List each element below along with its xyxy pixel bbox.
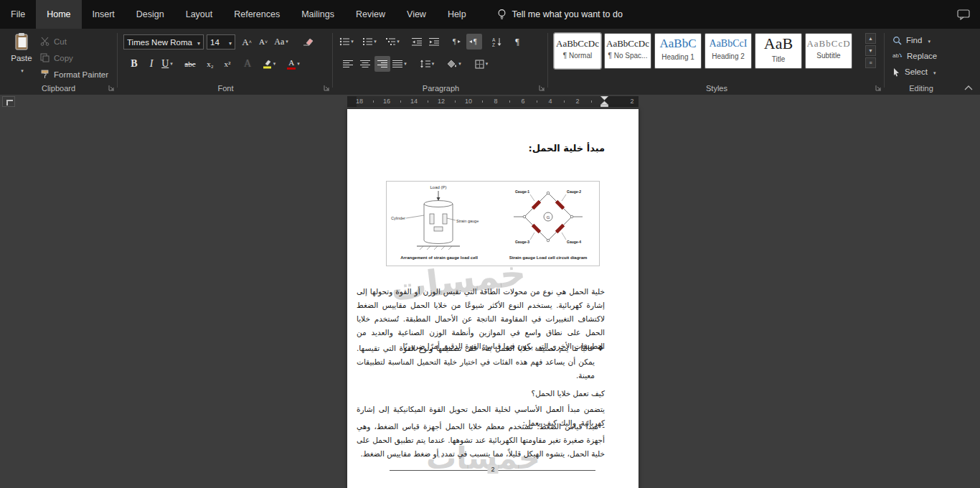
find-button[interactable]: Find [892,33,930,47]
tab-references[interactable]: References [223,0,291,29]
lightbulb-icon [497,9,507,20]
strain-principle-paragraph[interactable]: - مبدأ قياس الضغط: تستخدم معظم خلايا الح… [357,420,605,461]
styles-scroll-down-button[interactable]: ▼ [865,45,876,56]
decrease-indent-button[interactable] [409,34,425,50]
numbering-button[interactable] [362,34,377,50]
cut-button[interactable]: Cut [40,33,108,50]
comment-icon[interactable] [957,9,970,20]
borders-button[interactable] [473,56,489,72]
group-editing: Find ab Replace Select Editing [887,29,956,95]
style-subtitle-preview: AaBbCcD [806,38,852,50]
tab-selector[interactable] [2,96,15,107]
change-case-button[interactable]: Aa [273,34,289,50]
align-right-button[interactable] [374,56,390,72]
align-left-button[interactable] [340,56,356,72]
collapse-ribbon-button[interactable] [964,85,973,90]
tell-me-search[interactable]: Tell me what you want to do [497,0,623,29]
tab-view[interactable]: View [396,0,437,29]
paste-button[interactable]: Paste [6,32,37,91]
replace-icon: ab [892,52,903,60]
ruler-number: 2 [573,98,582,105]
style-no-spacing-label: ¶ No Spac... [605,52,651,60]
document-page[interactable]: خمسات خمسات مبدأ خلية الحمل: Load (P) [347,109,639,488]
styles-scroll-up-button[interactable]: ▲ [865,33,876,44]
format-painter-button[interactable]: Format Painter [40,66,108,83]
highlight-color-button[interactable] [261,56,277,72]
document-title[interactable]: مبدأ خلية الحمل: [357,143,605,154]
font-color-button[interactable]: A [286,56,301,72]
ruler-number: 14 [410,98,418,105]
ruler-ticks [373,100,592,103]
tab-help[interactable]: Help [437,0,477,29]
copy-button[interactable]: Copy [40,50,108,66]
style-subtitle[interactable]: AaBbCcD Subtitle [805,33,852,69]
select-label: Select [905,67,928,76]
clipboard-dialog-launcher-icon[interactable] [108,85,115,91]
superscript-button[interactable]: x² [220,56,235,72]
load-cell-figure[interactable]: Load (P) Cylinder Strain gauge [386,181,600,266]
svg-text:Gauge-2: Gauge-2 [567,189,581,194]
shrink-font-button[interactable]: A˅ [255,34,271,50]
subscript-button[interactable]: x₂ [202,56,218,72]
sort-button[interactable]: AZ [489,34,505,50]
classification-bullet-paragraph[interactable]: ❖ غالبًا ما يتم تصنيف خلايا الحمل بناءً … [357,342,605,383]
decrease-indent-icon [412,37,422,46]
format-painter-label: Format Painter [54,70,108,79]
style-no-spacing[interactable]: AaBbCcDc ¶ No Spac... [604,33,651,69]
indent-marker[interactable] [600,96,608,107]
page-number[interactable]: 2 [487,465,498,474]
style-normal[interactable]: AaBbCcDc ¶ Normal [554,33,601,69]
rtl-direction-button[interactable]: ¶ [466,34,482,50]
font-size-combo[interactable]: 14 [207,34,235,50]
font-color-bar [287,67,296,70]
bullets-button[interactable] [339,34,354,50]
clear-formatting-button[interactable] [300,34,316,50]
justify-button[interactable] [392,56,407,72]
paste-dropdown-arrow[interactable] [19,65,24,74]
ltr-direction-button[interactable]: ¶ [448,34,463,50]
style-heading2[interactable]: AaBbCcI Heading 2 [705,33,752,69]
horizontal-ruler[interactable]: 18 16 14 12 10 8 6 4 2 2 [347,96,639,107]
strikethrough-button[interactable]: abc [182,56,198,72]
style-title[interactable]: AaB Title [755,33,802,69]
styles-gallery-more-button[interactable]: ≡ [865,57,876,68]
bold-button[interactable]: B [126,56,142,72]
style-title-label: Title [755,55,801,63]
eraser-icon [303,37,314,47]
increase-indent-button[interactable] [426,34,442,50]
tab-layout[interactable]: Layout [175,0,224,29]
tab-design[interactable]: Design [126,0,175,29]
text-effects-button[interactable]: A [240,56,255,72]
align-center-button[interactable] [357,56,373,72]
tab-insert[interactable]: Insert [82,0,126,29]
how-heading[interactable]: كيف تعمل خلايا الحمل؟ [357,387,605,400]
line-spacing-button[interactable] [419,56,435,72]
load-cell-diagram: Load (P) Cylinder Strain gauge [387,182,599,266]
tab-mailings[interactable]: Mailings [291,0,345,29]
menu-bar: File Home Insert Design Layout Reference… [0,0,980,29]
ruler-number: 8 [491,98,500,105]
italic-button[interactable]: I [143,56,159,72]
style-normal-preview: AaBbCcDc [555,38,600,50]
font-dialog-launcher-icon[interactable] [324,85,330,91]
replace-button[interactable]: ab Replace [892,49,937,63]
paint-bucket-icon [447,60,457,68]
shading-button[interactable] [446,56,462,72]
show-paragraph-marks-button[interactable]: ¶ [509,34,525,50]
tab-home[interactable]: Home [36,0,81,29]
multilevel-list-button[interactable] [385,34,400,50]
paragraph-dialog-launcher-icon[interactable] [539,85,545,91]
svg-text:Gauge-1: Gauge-1 [515,189,529,194]
tab-review[interactable]: Review [345,0,396,29]
underline-button[interactable]: U [159,56,175,72]
copy-label: Copy [54,54,73,62]
styles-dialog-launcher-icon[interactable] [875,85,882,91]
cut-label: Cut [54,37,67,46]
tab-file[interactable]: File [0,0,36,29]
grow-font-button[interactable]: A˄ [239,34,255,50]
font-name-combo[interactable]: Times New Roma [123,34,204,50]
select-button[interactable]: Select [892,65,936,79]
style-heading1[interactable]: AaBbC Heading 1 [654,33,702,69]
svg-text:¶: ¶ [453,37,456,45]
ribbon: Paste Cut Copy Format Painter Clipboard [0,29,980,95]
